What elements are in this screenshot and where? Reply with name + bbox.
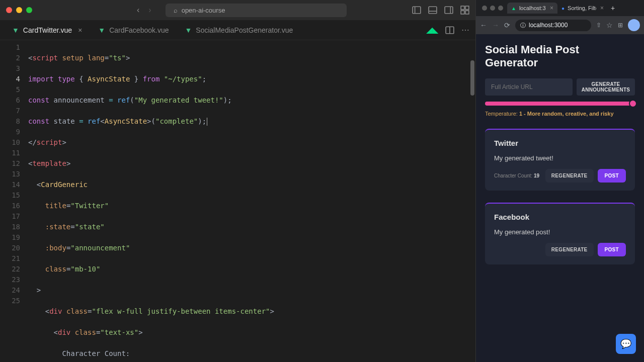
traffic-lights <box>6 7 32 13</box>
tab-card-facebook[interactable]: ▼ CardFacebook.vue <box>90 22 177 38</box>
scrollbar[interactable] <box>469 40 475 362</box>
tab-label: localhost:300 <box>519 5 546 11</box>
bookmark-icon[interactable]: ☆ <box>606 21 613 29</box>
mac-url-text: open-ai-course <box>182 7 225 14</box>
close-icon[interactable] <box>482 6 487 11</box>
minimize-icon[interactable] <box>16 7 22 13</box>
text-cursor <box>207 118 207 126</box>
maximize-icon[interactable] <box>26 7 32 13</box>
browser-right-icons: ⇧ ☆ ⊞ <box>596 19 640 31</box>
url-text: localhost:3000 <box>529 22 568 29</box>
facebook-card: Facebook My generated post! REGENERATE P… <box>485 203 635 264</box>
close-icon[interactable]: × <box>550 5 553 12</box>
regenerate-button[interactable]: REGENERATE <box>545 169 594 183</box>
tab-bar-actions: ◢◣ ⋯ <box>426 25 469 35</box>
back-icon[interactable]: ‹ <box>137 6 139 15</box>
minimize-icon[interactable] <box>490 6 495 11</box>
url-input-row: GENERATE ANNOUNCEMENTS <box>485 78 635 96</box>
svg-rect-2 <box>429 7 437 14</box>
nuxt-favicon-icon: ▲ <box>511 6 516 11</box>
close-icon[interactable] <box>6 7 12 13</box>
back-icon[interactable]: ← <box>480 21 487 29</box>
browser-panel: ▲ localhost:300 × ● Sorting, Filte × + ←… <box>475 0 644 362</box>
vue-icon: ▼ <box>98 26 105 34</box>
maximize-icon[interactable] <box>498 6 503 11</box>
vue-icon: ▼ <box>185 26 192 34</box>
nuxt-icon[interactable]: ◢◣ <box>426 25 438 35</box>
svg-rect-6 <box>461 6 464 10</box>
tab-social-media-gen[interactable]: ▼ SocialMediaPostGenerator.vue <box>177 22 301 38</box>
post-button[interactable]: POST <box>598 169 626 183</box>
more-icon[interactable]: ⋯ <box>461 25 469 35</box>
line-gutter: 1 2 3 4 5 6 7 8 9 10 11 12 13 14 15 16 1… <box>0 40 28 362</box>
mac-url-bar[interactable]: ⌕ open-ai-course <box>166 4 347 17</box>
post-button[interactable]: POST <box>598 243 626 256</box>
editor-panel: ‹ › ⌕ open-ai-course ▼ CardTwitter.vue ×… <box>0 0 475 362</box>
info-icon: ⓘ <box>520 22 526 29</box>
svg-rect-9 <box>465 11 469 14</box>
svg-rect-0 <box>413 7 421 14</box>
editor-tabs: ▼ CardTwitter.vue × ▼ CardFacebook.vue ▼… <box>0 20 475 40</box>
new-tab-button[interactable]: + <box>608 3 618 13</box>
forward-icon[interactable]: → <box>492 21 499 29</box>
scrollbar-thumb[interactable] <box>470 60 474 96</box>
svg-rect-7 <box>465 6 469 10</box>
avatar[interactable] <box>628 19 640 31</box>
svg-rect-4 <box>445 7 453 14</box>
card-title: Facebook <box>494 213 626 221</box>
browser-tab-sorting[interactable]: ● Sorting, Filte × <box>557 3 608 14</box>
favicon-icon: ● <box>561 6 565 11</box>
code-content[interactable]: <script setup lang="ts"> import type { A… <box>28 40 475 362</box>
close-icon[interactable]: × <box>78 26 82 34</box>
card-body: My generated post! <box>494 228 626 236</box>
tab-label: Sorting, Filte <box>568 5 596 11</box>
forward-icon[interactable]: › <box>148 6 151 15</box>
character-count: Character Count: 19 <box>494 173 539 178</box>
browser-tab-bar: ▲ localhost:300 × ● Sorting, Filte × + <box>476 0 644 16</box>
nav-arrows: ‹ › <box>137 6 151 15</box>
vue-icon: ▼ <box>12 26 19 34</box>
svg-rect-8 <box>461 11 464 14</box>
browser-tab-localhost[interactable]: ▲ localhost:300 × <box>507 3 557 14</box>
extensions-icon[interactable]: ⊞ <box>618 22 623 29</box>
slider-thumb[interactable] <box>629 100 637 108</box>
card-body: My generated tweet! <box>494 154 626 162</box>
sidebar-left-icon[interactable] <box>412 6 421 15</box>
grid-icon[interactable] <box>460 6 469 15</box>
code-editor[interactable]: 1 2 3 4 5 6 7 8 9 10 11 12 13 14 15 16 1… <box>0 40 475 362</box>
browser-traffic-lights <box>478 6 507 11</box>
generate-button[interactable]: GENERATE ANNOUNCEMENTS <box>577 78 635 96</box>
tab-label: CardFacebook.vue <box>109 26 169 34</box>
temperature-label: Temperature: 1 - More random, creative, … <box>485 111 635 117</box>
slider-track <box>485 102 635 106</box>
reload-icon[interactable]: ⟳ <box>504 21 510 29</box>
tab-label: SocialMediaPostGenerator.vue <box>196 26 293 34</box>
temperature-slider[interactable] <box>485 102 635 106</box>
tab-card-twitter[interactable]: ▼ CardTwitter.vue × <box>4 22 90 38</box>
sidebar-right-icon[interactable] <box>444 6 453 15</box>
article-url-input[interactable] <box>485 78 573 96</box>
page-title: Social Media Post Generator <box>485 43 635 69</box>
window-layout-icons <box>412 6 469 15</box>
panel-bottom-icon[interactable] <box>428 6 437 15</box>
browser-url-input[interactable]: ⓘ localhost:3000 <box>515 20 591 31</box>
chat-widget-icon[interactable]: 💬 <box>616 334 636 354</box>
close-icon[interactable]: × <box>600 5 604 12</box>
app-content: Social Media Post Generator GENERATE ANN… <box>476 34 644 362</box>
regenerate-button[interactable]: REGENERATE <box>545 243 594 256</box>
split-editor-icon[interactable] <box>445 26 454 35</box>
card-title: Twitter <box>494 139 626 147</box>
tab-label: CardTwitter.vue <box>23 26 72 34</box>
browser-toolbar: ← → ⟳ ⓘ localhost:3000 ⇧ ☆ ⊞ <box>476 16 644 34</box>
mac-titlebar: ‹ › ⌕ open-ai-course <box>0 0 475 20</box>
share-icon[interactable]: ⇧ <box>596 22 601 29</box>
twitter-card: Twitter My generated tweet! Character Co… <box>485 129 635 191</box>
search-icon: ⌕ <box>174 7 178 14</box>
